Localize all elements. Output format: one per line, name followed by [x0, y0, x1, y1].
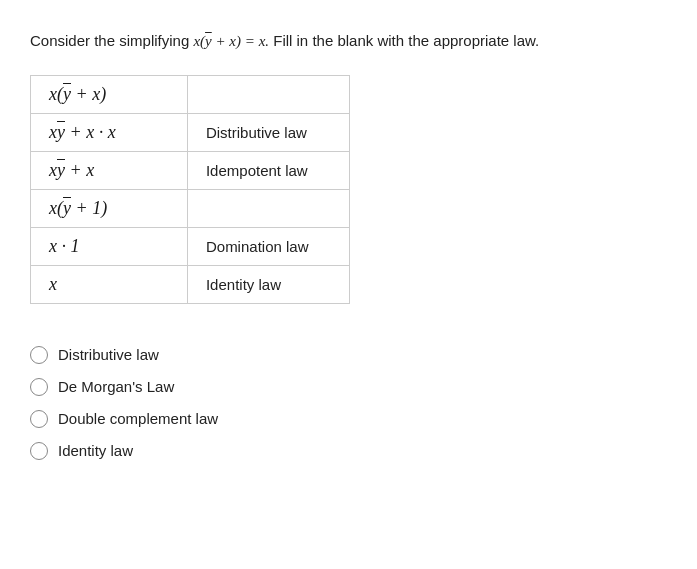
option-demorgan[interactable]: De Morgan's Law [30, 378, 667, 396]
option-label-3: Double complement law [58, 410, 218, 427]
question-text: Consider the simplifying x(y + x) = x. F… [30, 30, 667, 53]
law-label: Distributive law [187, 113, 349, 151]
radio-circle-2[interactable] [30, 378, 48, 396]
table-row: x Identity law [31, 265, 350, 303]
law-cell-blank [187, 189, 349, 227]
law-label: Identity law [187, 265, 349, 303]
table-row: xy + x Idempotent law [31, 151, 350, 189]
table-row: x(y + 1) [31, 189, 350, 227]
table-row: xy + x · x Distributive law [31, 113, 350, 151]
law-cell-blank [187, 75, 349, 113]
option-distributive[interactable]: Distributive law [30, 346, 667, 364]
radio-circle-4[interactable] [30, 442, 48, 460]
math-expression: xy + x [31, 151, 188, 189]
table-row: x(y + x) [31, 75, 350, 113]
radio-circle-3[interactable] [30, 410, 48, 428]
question-prefix: Consider the simplifying [30, 32, 193, 49]
law-label: Domination law [187, 227, 349, 265]
option-label-1: Distributive law [58, 346, 159, 363]
math-expression: x(y + 1) [31, 189, 188, 227]
steps-table: x(y + x) xy + x · x Distributive law xy … [30, 75, 350, 304]
option-double-complement[interactable]: Double complement law [30, 410, 667, 428]
table-row: x · 1 Domination law [31, 227, 350, 265]
math-expression: x · 1 [31, 227, 188, 265]
answer-options: Distributive law De Morgan's Law Double … [30, 346, 667, 460]
law-label: Idempotent law [187, 151, 349, 189]
radio-circle-1[interactable] [30, 346, 48, 364]
math-expression: xy + x · x [31, 113, 188, 151]
math-expression: x [31, 265, 188, 303]
simplification-table: x(y + x) xy + x · x Distributive law xy … [30, 75, 350, 304]
math-expression: x(y + x) [31, 75, 188, 113]
question-equation: x(y + x) = x. [193, 33, 269, 49]
option-label-2: De Morgan's Law [58, 378, 174, 395]
question-suffix: Fill in the blank with the appropriate l… [269, 32, 539, 49]
option-label-4: Identity law [58, 442, 133, 459]
option-identity[interactable]: Identity law [30, 442, 667, 460]
